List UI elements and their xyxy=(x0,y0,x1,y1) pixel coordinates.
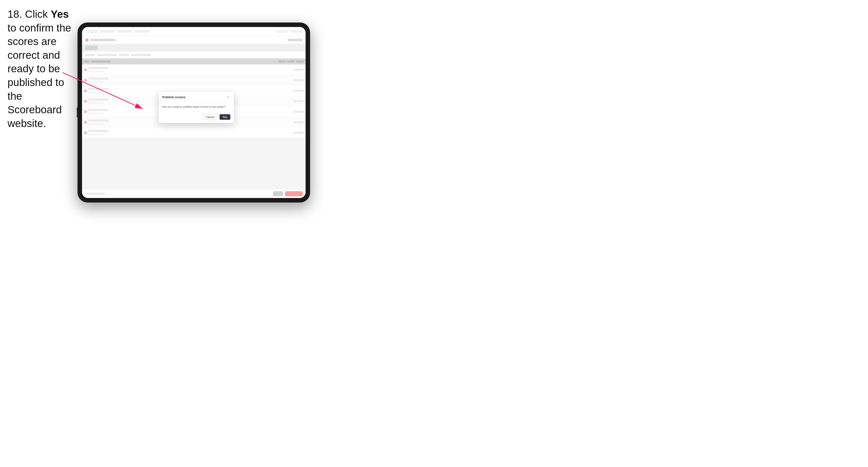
modal-close-button[interactable]: × xyxy=(226,95,230,99)
cancel-button[interactable]: Cancel xyxy=(203,114,218,120)
modal-footer: Cancel Yes xyxy=(159,112,234,123)
yes-button[interactable]: Yes xyxy=(220,114,230,120)
instruction-prefix: Click xyxy=(22,8,51,20)
instruction-suffix: to confirm the scores are correct and re… xyxy=(7,22,71,129)
instruction-text: 18. Click Yes to confirm the scores are … xyxy=(7,7,78,130)
instruction-bold: Yes xyxy=(51,8,69,20)
tablet-screen: Publish scores × Are you ready to publis… xyxy=(82,27,306,198)
publish-scores-dialog: Publish scores × Are you ready to publis… xyxy=(159,92,234,123)
modal-body-text: Are you ready to publish these scores to… xyxy=(162,105,225,108)
modal-overlay: Publish scores × Are you ready to publis… xyxy=(82,27,306,198)
modal-body: Are you ready to publish these scores to… xyxy=(159,102,234,112)
modal-header: Publish scores × xyxy=(159,92,234,102)
tablet-side-button xyxy=(77,107,78,118)
modal-title: Publish scores xyxy=(162,95,185,99)
step-number: 18. xyxy=(7,8,22,20)
tablet-device: Publish scores × Are you ready to publis… xyxy=(78,23,310,203)
